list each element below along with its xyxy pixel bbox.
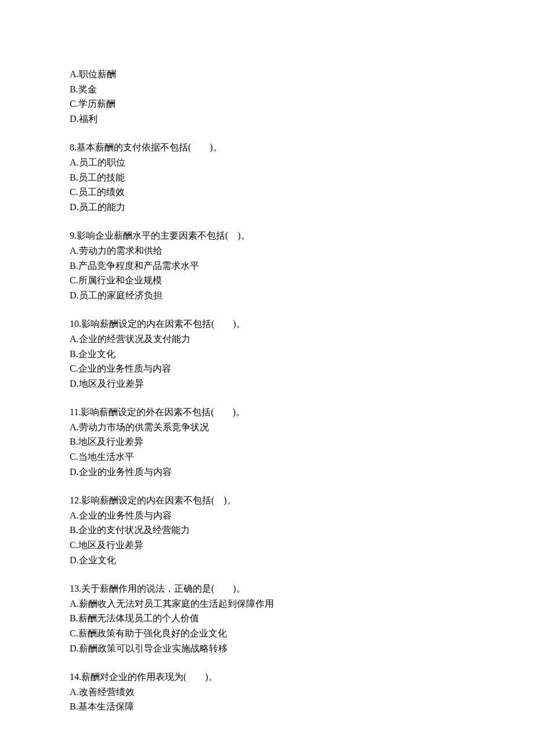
q10-option-c: C.企业的业务性质与内容	[70, 361, 464, 376]
q11-option-b: B.地区及行业差异	[70, 434, 464, 449]
q8-option-a: A.员工的职位	[70, 155, 464, 170]
q10-option-a: A.企业的经营状况及支付能力	[70, 332, 464, 347]
q8-stem: 8.基本薪酬的支付依据不包括( )。	[70, 140, 464, 155]
q10-option-b: B.企业文化	[70, 347, 464, 362]
q8-option-c: C.员工的绩效	[70, 185, 464, 200]
q11-option-c: C.当地生活水平	[70, 449, 464, 465]
q9-stem: 9.影响企业薪酬水平的主要因素不包括( )。	[70, 228, 464, 243]
q12-option-c: C.地区及行业差异	[70, 538, 464, 553]
q13-option-a: A.薪酬收入无法对员工其家庭的生活起到保障作用	[70, 596, 464, 611]
question-14: 14.薪酬对企业的作用表现为( )。 A.改善经营绩效 B.基本生活保障	[70, 669, 464, 714]
document-page: A.职位薪酬 B.奖金 C.学历薪酬 D.福利 8.基本薪酬的支付依据不包括( …	[0, 0, 534, 756]
question-7-options: A.职位薪酬 B.奖金 C.学历薪酬 D.福利	[70, 67, 464, 126]
q10-stem: 10.影响薪酬设定的内在因素不包括( )。	[70, 316, 464, 332]
q9-option-c: C.所属行业和企业规模	[70, 273, 464, 288]
q10-option-d: D.地区及行业差异	[70, 376, 464, 391]
q13-option-b: B.薪酬无法体现员工的个人价值	[70, 611, 464, 626]
q13-option-c: C.薪酬政策有助于强化良好的企业文化	[70, 626, 464, 641]
q9-option-b: B.产品竞争程度和产品需求水平	[70, 258, 464, 273]
q12-option-b: B.企业的支付状况及经营能力	[70, 523, 464, 538]
q9-option-a: A.劳动力的需求和供给	[70, 243, 464, 258]
q7-option-d: D.福利	[70, 111, 464, 127]
q14-stem: 14.薪酬对企业的作用表现为( )。	[70, 669, 464, 685]
q14-option-a: A.改善经营绩效	[70, 685, 464, 700]
q12-option-d: D.企业文化	[70, 553, 464, 568]
question-8: 8.基本薪酬的支付依据不包括( )。 A.员工的职位 B.员工的技能 C.员工的…	[70, 140, 464, 214]
q7-option-b: B.奖金	[70, 82, 464, 97]
question-11: 11.影响薪酬设定的外在因素不包括( )。 A.劳动力市场的供需关系竞争状况 B…	[70, 405, 464, 479]
q13-option-d: D.薪酬政策可以引导企业实施战略转移	[70, 641, 464, 656]
q8-option-d: D.员工的能力	[70, 200, 464, 215]
q14-option-b: B.基本生活保障	[70, 699, 464, 714]
question-12: 12.影响薪酬设定的内在因素不包括( )。 A.企业的业务性质与内容 B.企业的…	[70, 493, 464, 567]
q7-option-c: C.学历薪酬	[70, 96, 464, 111]
q11-option-d: D.企业的业务性质与内容	[70, 465, 464, 480]
q11-stem: 11.影响薪酬设定的外在因素不包括( )。	[70, 405, 464, 420]
q12-stem: 12.影响薪酬设定的内在因素不包括( )。	[70, 493, 464, 508]
q9-option-d: D.员工的家庭经济负担	[70, 288, 464, 303]
question-9: 9.影响企业薪酬水平的主要因素不包括( )。 A.劳动力的需求和供给 B.产品竞…	[70, 228, 464, 303]
question-13: 13.关于薪酬作用的说法，正确的是( )。 A.薪酬收入无法对员工其家庭的生活起…	[70, 581, 464, 656]
q11-option-a: A.劳动力市场的供需关系竞争状况	[70, 420, 464, 435]
q8-option-b: B.员工的技能	[70, 170, 464, 185]
question-10: 10.影响薪酬设定的内在因素不包括( )。 A.企业的经营状况及支付能力 B.企…	[70, 316, 464, 391]
q13-stem: 13.关于薪酬作用的说法，正确的是( )。	[70, 581, 464, 596]
q7-option-a: A.职位薪酬	[70, 67, 464, 82]
q12-option-a: A.企业的业务性质与内容	[70, 508, 464, 523]
